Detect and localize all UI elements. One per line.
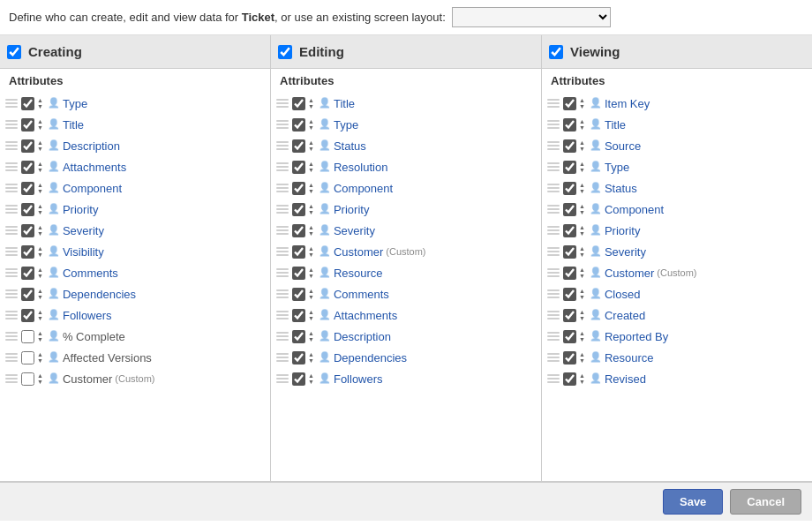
attribute-name[interactable]: Component: [334, 182, 393, 195]
drag-handle-icon[interactable]: [276, 205, 289, 214]
attribute-checkbox[interactable]: [21, 351, 34, 364]
attribute-checkbox[interactable]: [21, 161, 34, 174]
list-item[interactable]: ▲▼👤Type: [542, 156, 812, 177]
attribute-checkbox[interactable]: [292, 351, 305, 364]
attribute-name[interactable]: Title: [605, 118, 626, 132]
attribute-name[interactable]: Comments: [63, 267, 118, 280]
attribute-name[interactable]: Title: [334, 97, 355, 110]
attribute-checkbox[interactable]: [21, 245, 34, 259]
attribute-name[interactable]: Description: [334, 330, 391, 343]
drag-handle-icon[interactable]: [276, 120, 289, 129]
drag-handle-icon[interactable]: [5, 120, 18, 129]
attribute-checkbox[interactable]: [563, 182, 576, 195]
column-checkbox-creating[interactable]: [7, 45, 21, 59]
list-item[interactable]: ▲▼👤Affected Versions: [0, 347, 270, 368]
attribute-checkbox[interactable]: [292, 139, 305, 153]
drag-handle-icon[interactable]: [276, 268, 289, 277]
attribute-name[interactable]: Visibility: [63, 245, 104, 259]
drag-handle-icon[interactable]: [547, 226, 560, 235]
attribute-name[interactable]: Status: [334, 139, 366, 153]
attribute-checkbox[interactable]: [21, 372, 34, 386]
attribute-name[interactable]: Source: [605, 139, 641, 153]
drag-handle-icon[interactable]: [5, 141, 18, 150]
attribute-name[interactable]: Priority: [334, 203, 369, 216]
attribute-name[interactable]: Closed: [605, 288, 640, 301]
sort-arrows-icon[interactable]: ▲▼: [308, 372, 314, 385]
drag-handle-icon[interactable]: [547, 353, 560, 362]
attribute-name[interactable]: Customer: [63, 372, 112, 386]
list-item[interactable]: ▲▼👤Type: [0, 93, 270, 114]
column-checkbox-editing[interactable]: [278, 45, 292, 59]
sort-arrows-icon[interactable]: ▲▼: [37, 161, 43, 173]
list-item[interactable]: ▲▼👤Severity: [0, 220, 270, 241]
sort-arrows-icon[interactable]: ▲▼: [579, 267, 585, 279]
drag-handle-icon[interactable]: [5, 226, 18, 235]
sort-arrows-icon[interactable]: ▲▼: [579, 309, 585, 321]
sort-arrows-icon[interactable]: ▲▼: [37, 203, 43, 215]
drag-handle-icon[interactable]: [5, 353, 18, 362]
attribute-name[interactable]: Description: [63, 139, 120, 153]
sort-arrows-icon[interactable]: ▲▼: [579, 182, 585, 194]
drag-handle-icon[interactable]: [547, 120, 560, 129]
column-checkbox-viewing[interactable]: [549, 45, 563, 59]
attribute-name[interactable]: Followers: [63, 309, 112, 322]
list-item[interactable]: ▲▼👤Priority: [0, 199, 270, 220]
attribute-checkbox[interactable]: [21, 267, 34, 280]
attribute-name[interactable]: Resource: [605, 351, 654, 364]
attribute-checkbox[interactable]: [292, 182, 305, 195]
attribute-checkbox[interactable]: [292, 203, 305, 216]
save-button[interactable]: Save: [663, 489, 723, 515]
list-item[interactable]: ▲▼👤Severity: [542, 241, 812, 262]
attribute-checkbox[interactable]: [21, 203, 34, 216]
attribute-name[interactable]: Severity: [605, 245, 646, 259]
attribute-name[interactable]: Resolution: [334, 161, 387, 174]
sort-arrows-icon[interactable]: ▲▼: [579, 288, 585, 300]
list-item[interactable]: ▲▼👤Followers: [0, 304, 270, 326]
attribute-checkbox[interactable]: [292, 372, 305, 386]
drag-handle-icon[interactable]: [5, 268, 18, 277]
attribute-name[interactable]: Attachments: [63, 161, 126, 174]
drag-handle-icon[interactable]: [5, 311, 18, 319]
attribute-checkbox[interactable]: [563, 203, 576, 216]
attribute-name[interactable]: Customer: [334, 245, 383, 259]
sort-arrows-icon[interactable]: ▲▼: [308, 161, 314, 173]
list-item[interactable]: ▲▼👤Dependencies: [271, 347, 541, 368]
list-item[interactable]: ▲▼👤Title: [0, 114, 270, 135]
sort-arrows-icon[interactable]: ▲▼: [37, 118, 43, 131]
sort-arrows-icon[interactable]: ▲▼: [308, 139, 314, 152]
list-item[interactable]: ▲▼👤Resource: [271, 262, 541, 283]
list-item[interactable]: ▲▼👤Component: [0, 177, 270, 199]
list-item[interactable]: ▲▼👤Description: [271, 326, 541, 347]
sort-arrows-icon[interactable]: ▲▼: [308, 245, 314, 258]
list-item[interactable]: ▲▼👤Title: [271, 93, 541, 114]
attribute-checkbox[interactable]: [563, 139, 576, 153]
list-item[interactable]: ▲▼👤Revised: [542, 368, 812, 389]
attribute-checkbox[interactable]: [292, 309, 305, 322]
sort-arrows-icon[interactable]: ▲▼: [308, 351, 314, 364]
drag-handle-icon[interactable]: [276, 226, 289, 235]
sort-arrows-icon[interactable]: ▲▼: [308, 267, 314, 279]
list-item[interactable]: ▲▼👤Closed: [542, 283, 812, 304]
screen-layout-dropdown[interactable]: [452, 7, 611, 27]
sort-arrows-icon[interactable]: ▲▼: [308, 118, 314, 131]
attribute-name[interactable]: Comments: [334, 288, 389, 301]
drag-handle-icon[interactable]: [276, 353, 289, 362]
sort-arrows-icon[interactable]: ▲▼: [579, 97, 585, 109]
list-item[interactable]: ▲▼👤Created: [542, 304, 812, 326]
sort-arrows-icon[interactable]: ▲▼: [37, 267, 43, 279]
list-item[interactable]: ▲▼👤Customer(Custom): [271, 241, 541, 262]
attribute-name[interactable]: Component: [605, 203, 664, 216]
attribute-checkbox[interactable]: [563, 309, 576, 322]
attribute-name[interactable]: Component: [63, 182, 122, 195]
sort-arrows-icon[interactable]: ▲▼: [579, 139, 585, 152]
attribute-checkbox[interactable]: [21, 97, 34, 110]
list-item[interactable]: ▲▼👤Title: [542, 114, 812, 135]
attribute-name[interactable]: Affected Versions: [63, 351, 152, 364]
attribute-checkbox[interactable]: [563, 351, 576, 364]
list-item[interactable]: ▲▼👤Component: [542, 199, 812, 220]
list-item[interactable]: ▲▼👤Item Key: [542, 93, 812, 114]
list-item[interactable]: ▲▼👤Resource: [542, 347, 812, 368]
sort-arrows-icon[interactable]: ▲▼: [579, 161, 585, 173]
attribute-name[interactable]: Status: [605, 182, 637, 195]
sort-arrows-icon[interactable]: ▲▼: [579, 351, 585, 364]
